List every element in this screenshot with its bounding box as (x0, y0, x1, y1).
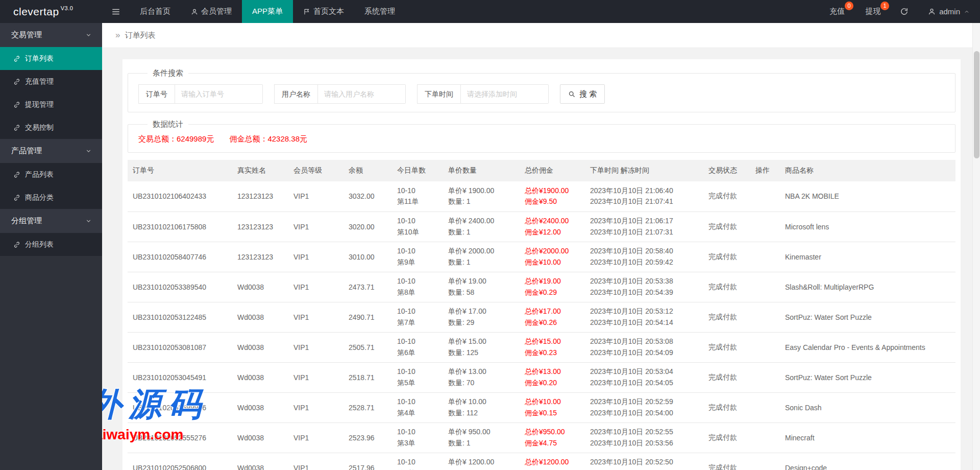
unit-price: 单价¥ 950.00 (448, 427, 514, 438)
cell-today-orders: 10-10 第11单 (392, 181, 443, 212)
search-legend: 条件搜索 (148, 68, 188, 78)
cell-real-name: Wd0038 (232, 392, 288, 422)
user-icon (928, 8, 936, 15)
today-seq: 第8单 (397, 287, 438, 298)
sidebar-item-label: 分组列表 (25, 240, 54, 249)
chevron-down-icon (85, 32, 92, 38)
unfreeze-time: 2023年10月10日 20:54:14 (590, 317, 698, 328)
username: admin (939, 7, 960, 16)
commission: 佣金¥0.23 (525, 347, 580, 359)
cell-real-name: Wd0038 (232, 362, 288, 392)
recharge-badge: 0 (845, 2, 853, 10)
unfreeze-time: 2023年10月10日 20:54:39 (590, 287, 698, 298)
quantity: 数量: 1 (448, 438, 514, 449)
cell-status: 完成付款 (703, 212, 750, 242)
app-logo: clevertap V3.0 (0, 0, 102, 23)
refresh-button[interactable] (891, 0, 918, 23)
sidebar-item-label: 产品列表 (25, 170, 54, 179)
cell-balance: 2518.71 (344, 362, 392, 392)
sidebar-item-label: 商品分类 (25, 193, 54, 202)
user-name-input[interactable] (318, 84, 406, 104)
today-date: 10-10 (397, 396, 438, 408)
cell-real-name: Wd0038 (232, 332, 288, 362)
cell-actions (750, 212, 780, 242)
unfreeze-time: 2023年10月10日 20:54:09 (590, 347, 698, 359)
sidebar-item-group-list[interactable]: 分组列表 (0, 233, 102, 256)
column-header-actions: 操作 (750, 160, 780, 181)
sidebar-item-goods-category[interactable]: 商品分类 (0, 186, 102, 209)
sidebar-item-product-list[interactable]: 产品列表 (0, 163, 102, 186)
sidebar-item-order-list[interactable]: 订单列表 (0, 47, 102, 70)
cell-today-orders: 10-10 第2单 (392, 453, 443, 470)
nav-item-home-text[interactable]: 首页文本 (293, 0, 354, 23)
cell-balance: 2490.71 (344, 302, 392, 332)
cell-times: 2023年10月10日 20:52:59 2023年10月10日 20:54:0… (585, 392, 703, 422)
cell-today-orders: 10-10 第10单 (392, 212, 443, 242)
app-logo-text: clevertap (13, 6, 59, 18)
cell-today-orders: 10-10 第3单 (392, 422, 443, 453)
order-time: 2023年10月10日 20:53:38 (590, 276, 698, 287)
nav-item-members[interactable]: 会员管理 (181, 0, 242, 23)
sidebar-group-grouping[interactable]: 分组管理 (0, 209, 102, 233)
sidebar-group-trade[interactable]: 交易管理 (0, 23, 102, 47)
nav-item-system[interactable]: 系统管理 (354, 0, 405, 23)
order-time: 2023年10月10日 20:53:04 (590, 366, 698, 378)
sidebar-item-recharge-mgmt[interactable]: 充值管理 (0, 70, 102, 93)
stats-total: 交易总额：6249989元 (138, 134, 214, 144)
sidebar-item-trade-control[interactable]: 交易控制 (0, 116, 102, 139)
column-header-status: 交易状态 (703, 160, 750, 181)
cell-balance: 3010.00 (344, 242, 392, 272)
unfreeze-time: 2023年10月10日 21:07:41 (590, 196, 698, 207)
sidebar-item-withdraw-mgmt[interactable]: 提现管理 (0, 93, 102, 116)
cell-real-name: 123123123 (232, 212, 288, 242)
order-no-input[interactable] (175, 84, 263, 104)
column-header-product: 商品名称 (780, 160, 955, 181)
withdraw-button[interactable]: 提现 1 (855, 0, 891, 23)
today-date: 10-10 (397, 216, 438, 227)
order-time-input[interactable] (461, 84, 549, 104)
nav-item-label: 后台首页 (140, 7, 170, 16)
cell-today-orders: 10-10 第4单 (392, 392, 443, 422)
cell-total-commission: 总价¥13.00 佣金¥0.20 (520, 362, 585, 392)
unit-price: 单价¥ 19.00 (448, 276, 514, 287)
stats-commission: 佣金总额：42328.38元 (229, 134, 307, 144)
cell-total-commission: 总价¥950.00 佣金¥4.75 (520, 422, 585, 453)
cell-status: 完成付款 (703, 392, 750, 422)
cell-real-name: 123123123 (232, 242, 288, 272)
unfreeze-time: 2023年10月10日 20:54:00 (590, 408, 698, 419)
chevron-down-icon (85, 148, 92, 154)
scrollbar[interactable] (972, 23, 980, 470)
today-date: 10-10 (397, 457, 438, 468)
cell-vip-level: VIP1 (288, 422, 344, 453)
person-icon (191, 8, 198, 15)
cell-unit-qty: 单价¥ 1900.00 数量: 1 (443, 181, 520, 212)
cell-vip-level: VIP1 (288, 302, 344, 332)
cell-product: Minecraft (780, 422, 955, 453)
cell-unit-qty: 单价¥ 15.00 数量: 125 (443, 332, 520, 362)
cell-order-no: UB2310102053122485 (128, 302, 232, 332)
sidebar-group-product[interactable]: 产品管理 (0, 139, 102, 163)
quantity: 数量: 1 (448, 468, 514, 470)
search-button[interactable]: 搜 索 (560, 84, 605, 104)
cell-times: 2023年10月10日 20:53:38 2023年10月10日 20:54:3… (585, 272, 703, 302)
orders-table: 订单号 真实姓名 会员等级 余额 今日单数 单价数量 总价佣金 下单时间 解冻时… (128, 160, 955, 470)
stats-row: 交易总额：6249989元 佣金总额：42328.38元 (138, 134, 945, 144)
cell-status: 完成付款 (703, 362, 750, 392)
recharge-button[interactable]: 充值 0 (819, 0, 855, 23)
sidebar-toggle-button[interactable] (102, 0, 130, 23)
column-header-today-orders: 今日单数 (392, 160, 443, 181)
cell-order-no: UB2310102053045491 (128, 362, 232, 392)
cell-real-name: Wd0038 (232, 453, 288, 470)
table-row: UB2310102052599916 Wd0038 VIP1 2528.71 1… (128, 392, 955, 422)
cell-vip-level: VIP1 (288, 362, 344, 392)
unit-price: 单价¥ 15.00 (448, 336, 514, 347)
sidebar-group-label: 产品管理 (11, 146, 42, 156)
nav-item-app-menu[interactable]: APP菜单 (242, 0, 293, 23)
order-time: 2023年10月10日 21:06:40 (590, 185, 698, 197)
column-header-real-name: 真实姓名 (232, 160, 288, 181)
user-menu[interactable]: admin (918, 0, 980, 23)
scrollbar-thumb[interactable] (974, 51, 979, 158)
total-price: 总价¥15.00 (525, 336, 580, 347)
cell-real-name: Wd0038 (232, 422, 288, 453)
nav-item-home[interactable]: 后台首页 (130, 0, 181, 23)
